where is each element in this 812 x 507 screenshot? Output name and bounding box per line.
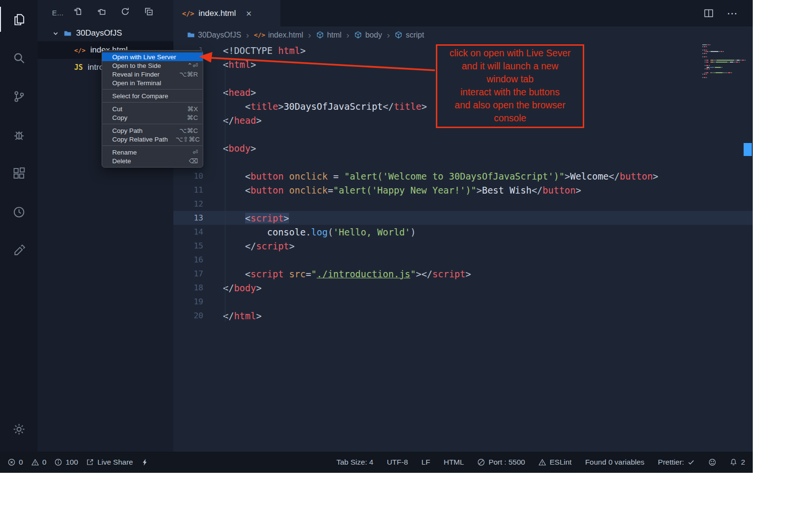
activity-feedback[interactable]	[0, 231, 38, 270]
line-number: 15	[173, 241, 203, 250]
status-smiley[interactable]	[708, 458, 716, 466]
code-line-17[interactable]: 17 <script src="./introduction.js"></scr…	[173, 267, 753, 281]
status-info[interactable]: 100	[54, 458, 78, 467]
breadcrumb-item-index-html[interactable]: </>index.html	[254, 31, 303, 39]
status-eol[interactable]: LF	[421, 458, 430, 467]
menu-item-open-to-the-side[interactable]: Open to the Side⌃⏎	[102, 61, 203, 70]
status-label: 2	[741, 458, 745, 467]
menu-item-select-for-compare[interactable]: Select for Compare	[102, 91, 203, 100]
js-file-icon: JS	[74, 63, 83, 72]
new-file-button[interactable]	[73, 7, 83, 18]
code-line-8[interactable]: 8<body>	[173, 141, 753, 155]
refresh-button[interactable]	[120, 7, 130, 18]
menu-item-label: Copy Relative Path	[112, 136, 168, 143]
status-label: ESLint	[550, 458, 572, 467]
status-label: Port : 5500	[488, 458, 525, 467]
breadcrumb-item-html[interactable]: html	[316, 31, 341, 39]
clock-icon	[12, 205, 26, 219]
status-language[interactable]: HTML	[444, 458, 464, 467]
new-folder-button[interactable]	[97, 7, 106, 18]
vscode-window: E... 30DaysOfJS </>index.htmlJSintroduct…	[0, 0, 753, 473]
activity-extensions[interactable]	[0, 154, 38, 193]
code-text: <button onclick="alert('Happy New Year!'…	[223, 185, 581, 195]
status-variables[interactable]: Found 0 variables	[585, 458, 644, 467]
annotation-line: click on open with Live Sever	[437, 47, 583, 60]
activity-source-control[interactable]	[0, 77, 38, 116]
menu-item-shortcut: ⌘C	[187, 114, 198, 121]
editor-actions: ⋯	[703, 0, 738, 26]
activity-run-and-debug[interactable]	[0, 116, 38, 154]
breadcrumb-item-30daysofjs[interactable]: 30DaysOfJS	[187, 31, 241, 39]
menu-item-rename[interactable]: Rename⏎	[102, 148, 203, 156]
code-text: <!DOCTYPE html>	[223, 45, 306, 56]
status-label: HTML	[444, 458, 464, 467]
menu-item-copy-path[interactable]: Copy Path⌥⌘C	[102, 126, 203, 135]
activity-search[interactable]	[0, 39, 38, 77]
code-text: console.log('Hello, World')	[223, 227, 416, 237]
code-line-7[interactable]: 7	[173, 127, 753, 141]
status-bar: 00100Live Share Tab Size: 4UTF-8LFHTMLPo…	[0, 452, 753, 473]
status-port[interactable]: Port : 5500	[477, 458, 525, 467]
code-line-10[interactable]: 10 <button onclick = "alert('Welcome to …	[173, 169, 753, 183]
status-bolt[interactable]	[141, 458, 149, 466]
activity-bar-bottom	[0, 412, 38, 452]
close-tab-icon[interactable]: ×	[246, 9, 252, 18]
menu-item-delete[interactable]: Delete⌫	[102, 156, 203, 165]
activity-settings[interactable]	[0, 412, 38, 446]
code-line-19[interactable]: 19	[173, 295, 753, 309]
explorer-title: E...	[52, 9, 64, 17]
breadcrumb-separator-icon: ›	[246, 30, 249, 40]
code-line-9[interactable]: 9	[173, 155, 753, 169]
collapse-all-icon	[144, 7, 154, 16]
status-notifications[interactable]: 2	[730, 458, 745, 467]
breadcrumb-separator-icon: ›	[387, 30, 390, 40]
menu-item-open-with-live-server[interactable]: Open with Live Server	[102, 52, 203, 61]
status-eslint[interactable]: ESLint	[538, 458, 572, 467]
scrollbar-marker[interactable]	[744, 143, 752, 156]
code-line-12[interactable]: 12	[173, 197, 753, 211]
code-line-15[interactable]: 15 </script>	[173, 239, 753, 253]
code-text: <body>	[223, 143, 256, 154]
code-line-18[interactable]: 18</body>	[173, 281, 753, 295]
annotation-line: window tab	[437, 73, 583, 86]
code-line-13[interactable]: 13 <script>	[173, 211, 753, 225]
menu-item-open-in-terminal[interactable]: Open in Terminal	[102, 78, 203, 87]
status-label: Prettier:	[658, 458, 684, 467]
code-text: <title>30DaysOfJavaScript</title>	[223, 101, 427, 112]
html-file-icon: </>	[74, 47, 85, 54]
collapse-all-button[interactable]	[144, 7, 154, 18]
menu-item-label: Select for Compare	[112, 92, 190, 100]
code-line-14[interactable]: 14 console.log('Hello, World')	[173, 225, 753, 239]
line-number: 13	[173, 213, 203, 222]
status-encoding[interactable]: UTF-8	[387, 458, 408, 467]
code-line-20[interactable]: 20</html>	[173, 309, 753, 323]
more-actions-icon[interactable]: ⋯	[727, 7, 738, 20]
menu-item-copy-relative-path[interactable]: Copy Relative Path⌥⇧⌘C	[102, 135, 203, 143]
split-editor-icon[interactable]	[703, 8, 714, 19]
menu-item-copy[interactable]: Copy⌘C	[102, 113, 203, 122]
breadcrumb-item-body[interactable]: body	[354, 31, 382, 39]
activity-explorer[interactable]	[0, 0, 38, 39]
smiley-icon	[708, 458, 716, 466]
activity-bar-items	[0, 0, 38, 270]
code-line-16[interactable]: 16	[173, 253, 753, 267]
code-text: </body>	[223, 283, 262, 293]
breadcrumb-item-script[interactable]: script	[394, 31, 424, 39]
status-tab-size[interactable]: Tab Size: 4	[336, 458, 373, 467]
breadcrumb-label: 30DaysOfJS	[198, 31, 241, 39]
minimap[interactable]	[702, 44, 746, 79]
menu-item-reveal-in-finder[interactable]: Reveal in Finder⌥⌘R	[102, 70, 203, 78]
tab-index-html[interactable]: </> index.html ×	[173, 0, 280, 26]
activity-live-share[interactable]	[0, 193, 38, 231]
status-live-share[interactable]: Live Share	[86, 458, 133, 467]
code-line-11[interactable]: 11 <button onclick="alert('Happy New Yea…	[173, 183, 753, 197]
breadcrumb-separator-icon: ›	[346, 30, 349, 40]
status-warnings[interactable]: 0	[31, 458, 47, 467]
status-errors[interactable]: 0	[8, 458, 23, 467]
breadcrumb-label: index.html	[268, 31, 303, 39]
status-prettier[interactable]: Prettier:	[658, 458, 695, 467]
menu-item-cut[interactable]: Cut⌘X	[102, 104, 203, 113]
new-file-icon	[73, 7, 83, 16]
folder-row-30daysofjs[interactable]: 30DaysOfJS	[38, 25, 173, 41]
menu-item-shortcut: ⏎	[193, 148, 198, 156]
